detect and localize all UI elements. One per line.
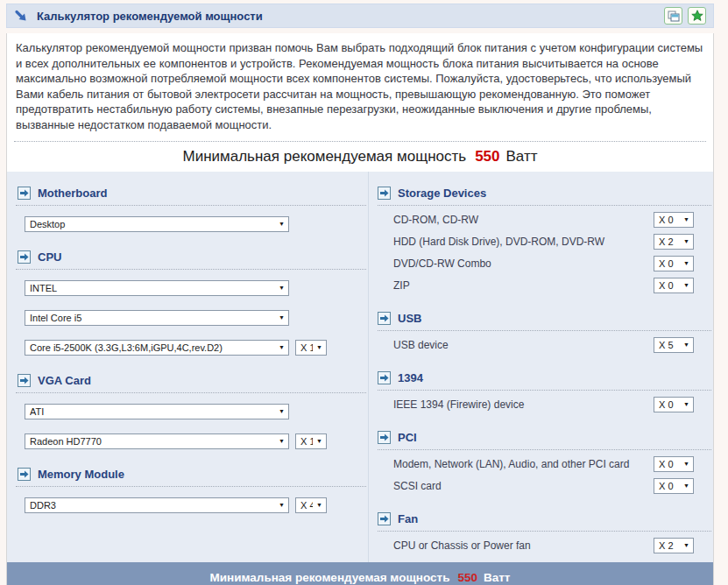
cpu-qty-select[interactable]: X 1▼ xyxy=(295,340,327,356)
device-label: Modem, Network (LAN), Audio, and other P… xyxy=(393,458,629,470)
qty-select-dvd-cd-rw-combo[interactable]: X 0▼ xyxy=(654,256,694,271)
qty-select-modem-network-lan-audio-and-other-pci-card[interactable]: X 0▼ xyxy=(654,456,694,472)
dropdown-caret-icon: ▼ xyxy=(683,461,689,467)
section-fan: FanCPU or Chassis or Power fanX 2▼ xyxy=(369,511,713,553)
section-title: 1394 xyxy=(398,371,423,384)
power-calculator-panel: Калькулятор рекомендуемой мощности Кальк… xyxy=(6,4,714,585)
device-label: ZIP xyxy=(393,279,410,292)
memory-module-qty-select[interactable]: X 4▼ xyxy=(295,497,327,513)
divider xyxy=(16,392,366,393)
device-row: CPU or Chassis or Power fanX 2▼ xyxy=(393,538,694,553)
device-row: Modem, Network (LAN), Audio, and other P… xyxy=(393,456,694,472)
section-arrow-icon xyxy=(378,371,391,384)
qty-select-zip[interactable]: X 0▼ xyxy=(654,278,694,293)
footer-value: 550 xyxy=(457,571,477,584)
device-label: USB device xyxy=(393,339,449,351)
divider xyxy=(16,486,366,487)
favorites-star-icon xyxy=(691,10,703,22)
select-value: X 1 xyxy=(300,436,313,447)
intro-text: Калькулятор рекомендуемой мощности призв… xyxy=(7,33,713,137)
dropdown-caret-icon: ▼ xyxy=(683,483,689,489)
section-1394: 1394IEEE 1394 (Firewire) deviceX 0▼ xyxy=(369,370,713,412)
qty-select-cpu-or-chassis-or-power-fan[interactable]: X 2▼ xyxy=(654,538,694,553)
dropdown-caret-icon: ▼ xyxy=(279,285,285,291)
select-value: X 4 xyxy=(300,500,313,511)
page-title: Калькулятор рекомендуемой мощности xyxy=(37,10,659,23)
section-header-fan: Fan xyxy=(369,511,713,527)
select-value: X 0 xyxy=(659,459,680,469)
section-arrow-icon xyxy=(18,250,31,264)
section-arrow-icon xyxy=(18,187,31,200)
dropdown-caret-icon: ▼ xyxy=(683,401,689,407)
section-title: Storage Devices xyxy=(398,187,486,200)
section-arrow-icon xyxy=(378,431,391,444)
motherboard-select-0[interactable]: Desktop▼ xyxy=(25,216,289,232)
select-value: X 0 xyxy=(659,215,680,225)
dropdown-caret-icon: ▼ xyxy=(683,260,689,266)
dropdown-caret-icon: ▼ xyxy=(279,221,285,227)
section-header-memory-module: Memory Module xyxy=(7,467,368,483)
select-value: ATI xyxy=(30,406,275,417)
dropdown-caret-icon: ▼ xyxy=(316,344,322,350)
device-row: HDD (Hard Disk Drive), DVD-ROM, DVD-RWX … xyxy=(393,234,694,250)
recommended-power-line: Минимальная рекомендуемая мощность 550 В… xyxy=(7,142,713,172)
qty-select-cd-rom-cd-rw[interactable]: X 0▼ xyxy=(654,212,694,228)
qty-select-ieee-1394-firewire-device[interactable]: X 0▼ xyxy=(654,397,694,412)
dropdown-caret-icon: ▼ xyxy=(683,238,689,244)
print-button[interactable] xyxy=(664,7,682,25)
section-header-pci: PCI xyxy=(369,430,713,446)
cpu-select-0[interactable]: INTEL▼ xyxy=(25,280,289,296)
vga-card-select-1[interactable]: Radeon HD7770▼ xyxy=(25,433,289,449)
section-title: VGA Card xyxy=(38,374,91,387)
select-value: X 0 xyxy=(659,258,680,269)
section-cpu: CPUINTEL▼Intel Core i5▼Core i5-2500K (3.… xyxy=(7,250,368,356)
select-row: Desktop▼ xyxy=(25,216,368,232)
select-value: Radeon HD7770 xyxy=(30,436,275,447)
favorites-button[interactable] xyxy=(688,7,706,25)
dropdown-caret-icon: ▼ xyxy=(279,408,285,414)
qty-select-scsi-card[interactable]: X 0▼ xyxy=(654,478,694,494)
left-column: MotherboardDesktop▼CPUINTEL▼Intel Core i… xyxy=(7,172,369,562)
select-value: X 0 xyxy=(659,481,680,491)
dropdown-caret-icon: ▼ xyxy=(683,216,689,222)
section-arrow-icon xyxy=(378,187,391,200)
vga-card-qty-select[interactable]: X 1▼ xyxy=(295,433,327,449)
section-title: USB xyxy=(398,312,421,325)
cpu-select-2[interactable]: Core i5-2500K (3.3G,L3:6M,iGPU,4C,rev.D2… xyxy=(25,340,289,356)
section-header-usb: USB xyxy=(369,311,713,327)
section-title: PCI xyxy=(398,431,417,444)
section-header-1394: 1394 xyxy=(369,370,713,386)
select-row: Intel Core i5▼ xyxy=(25,310,368,326)
arrow-se-icon xyxy=(14,9,28,23)
qty-select-hdd-hard-disk-drive-dvd-rom-dvd-rw[interactable]: X 2▼ xyxy=(654,234,694,250)
device-label: IEEE 1394 (Firewire) device xyxy=(393,398,524,411)
section-title: Memory Module xyxy=(38,468,124,481)
select-value: X 0 xyxy=(659,280,680,291)
select-value: X 5 xyxy=(659,340,680,350)
cpu-select-1[interactable]: Intel Core i5▼ xyxy=(25,310,289,326)
device-row: DVD/CD-RW ComboX 0▼ xyxy=(393,256,694,271)
device-label: SCSI card xyxy=(393,480,442,492)
select-row: Radeon HD7770▼X 1▼ xyxy=(25,433,368,449)
section-arrow-icon xyxy=(18,468,31,481)
section-title: Motherboard xyxy=(38,187,107,200)
divider xyxy=(378,531,711,532)
vga-card-select-0[interactable]: ATI▼ xyxy=(25,404,289,419)
configuration-form: MotherboardDesktop▼CPUINTEL▼Intel Core i… xyxy=(7,172,713,562)
dropdown-caret-icon: ▼ xyxy=(279,344,285,350)
qty-select-usb-device[interactable]: X 5▼ xyxy=(654,337,694,353)
select-value: X 2 xyxy=(659,236,680,247)
dropdown-caret-icon: ▼ xyxy=(683,542,689,548)
result-unit: Ватт xyxy=(506,148,538,166)
section-header-motherboard: Motherboard xyxy=(7,186,368,201)
section-header-vga-card: VGA Card xyxy=(7,373,368,389)
device-row: ZIPX 0▼ xyxy=(393,278,694,293)
memory-module-select-0[interactable]: DDR3▼ xyxy=(25,497,289,513)
section-title: CPU xyxy=(38,250,61,264)
titlebar: Калькулятор рекомендуемой мощности xyxy=(6,4,714,28)
device-row: SCSI cardX 0▼ xyxy=(393,478,694,494)
dropdown-caret-icon: ▼ xyxy=(279,502,285,508)
footer-label: Минимальная рекомендуемая мощность xyxy=(210,571,450,584)
section-motherboard: MotherboardDesktop▼ xyxy=(7,186,368,232)
device-label: CPU or Chassis or Power fan xyxy=(393,539,531,552)
